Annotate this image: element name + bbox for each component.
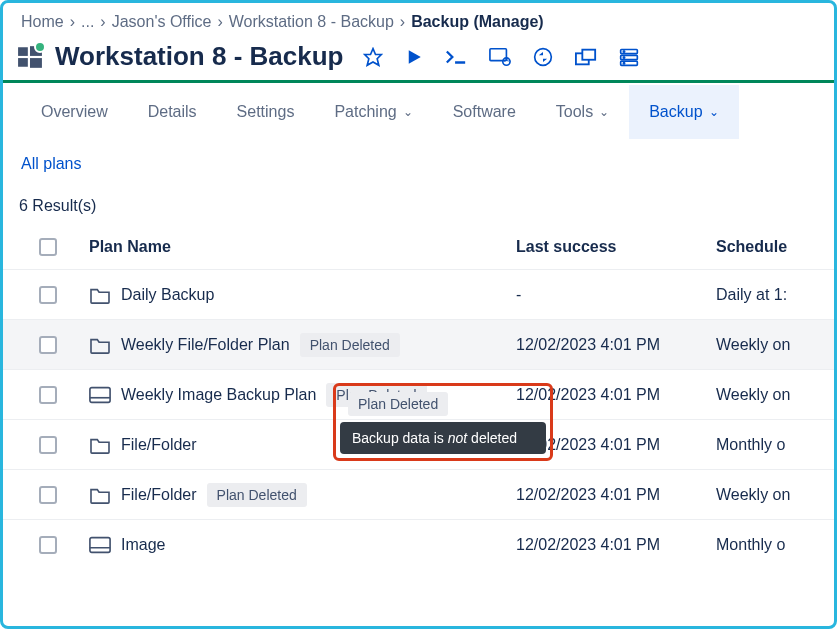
svg-point-16 <box>624 56 625 57</box>
page-title: Workstation 8 - Backup <box>55 41 343 72</box>
schedule: Daily at 1: <box>716 286 816 304</box>
last-success: 12/02/2023 4:01 PM <box>516 486 716 504</box>
breadcrumb: Home › ... › Jason's Office › Workstatio… <box>3 9 834 39</box>
svg-rect-20 <box>90 537 110 552</box>
breadcrumb-sep: › <box>70 13 75 31</box>
last-success: 12/02/2023 4:01 PM <box>516 536 716 554</box>
breadcrumb-item[interactable]: Jason's Office <box>112 13 212 31</box>
svg-point-9 <box>535 48 552 65</box>
terminal-icon[interactable] <box>445 48 467 66</box>
folder-icon <box>89 436 111 454</box>
plan-name: Image <box>121 536 165 554</box>
table-header-row: Plan Name Last success Schedule <box>3 225 834 269</box>
svg-point-17 <box>624 62 625 63</box>
col-header-last[interactable]: Last success <box>516 238 716 256</box>
disk-image-icon <box>89 386 111 404</box>
last-success: - <box>516 286 716 304</box>
plan-deleted-badge[interactable]: Plan Deleted <box>300 333 400 357</box>
plan-name: Daily Backup <box>121 286 214 304</box>
chevron-down-icon: ⌄ <box>599 105 609 119</box>
tab-overview[interactable]: Overview <box>21 85 128 139</box>
toolbar <box>363 47 639 67</box>
windows-icon <box>17 44 43 70</box>
last-success: 12/02/2023 4:01 PM <box>516 336 716 354</box>
col-header-schedule[interactable]: Schedule <box>716 238 816 256</box>
svg-marker-5 <box>409 50 421 64</box>
tab-settings[interactable]: Settings <box>217 85 315 139</box>
tab-backup[interactable]: Backup⌄ <box>629 85 738 139</box>
title-row: Workstation 8 - Backup <box>3 39 834 80</box>
row-checkbox[interactable] <box>39 336 57 354</box>
svg-rect-0 <box>18 47 28 56</box>
breadcrumb-sep: › <box>400 13 405 31</box>
folder-icon <box>89 486 111 504</box>
breadcrumb-item[interactable]: Workstation 8 - Backup <box>229 13 394 31</box>
tab-patching[interactable]: Patching⌄ <box>314 85 432 139</box>
breadcrumb-item-active: Backup (Manage) <box>411 13 543 31</box>
app-frame: Home › ... › Jason's Office › Workstatio… <box>0 0 837 629</box>
row-checkbox[interactable] <box>39 486 57 504</box>
table-row[interactable]: Weekly File/Folder PlanPlan Deleted12/02… <box>3 319 834 369</box>
svg-rect-3 <box>30 58 42 68</box>
breadcrumb-item[interactable]: Home <box>21 13 64 31</box>
row-checkbox[interactable] <box>39 536 57 554</box>
schedule: Weekly on <box>716 336 816 354</box>
tooltip-highlight: Plan Deleted Backup data is not deleted <box>333 383 553 461</box>
disk-image-icon <box>89 536 111 554</box>
breadcrumb-sep: › <box>217 13 222 31</box>
table-row[interactable]: File/FolderPlan Deleted12/02/2023 4:01 P… <box>3 469 834 519</box>
tab-tools[interactable]: Tools⌄ <box>536 85 629 139</box>
schedule: Monthly o <box>716 436 816 454</box>
sub-link-row: All plans <box>3 141 834 181</box>
svg-rect-11 <box>583 49 596 59</box>
plan-name: File/Folder <box>121 486 197 504</box>
row-checkbox[interactable] <box>39 436 57 454</box>
breadcrumb-sep: › <box>100 13 105 31</box>
plan-name: File/Folder <box>121 436 197 454</box>
sync-icon[interactable] <box>533 47 553 67</box>
server-icon[interactable] <box>619 47 639 67</box>
schedule: Monthly o <box>716 536 816 554</box>
windows-action-icon[interactable] <box>575 48 597 66</box>
breadcrumb-item[interactable]: ... <box>81 13 94 31</box>
table-row[interactable]: Image12/02/2023 4:01 PMMonthly o <box>3 519 834 569</box>
tooltip: Backup data is not deleted <box>340 422 546 454</box>
svg-point-15 <box>624 50 625 51</box>
folder-icon <box>89 286 111 304</box>
select-all-checkbox[interactable] <box>39 238 57 256</box>
status-dot-online <box>34 41 46 53</box>
all-plans-link[interactable]: All plans <box>21 155 81 172</box>
table-row[interactable]: Daily Backup-Daily at 1: <box>3 269 834 319</box>
star-icon[interactable] <box>363 47 383 67</box>
tab-bar: Overview Details Settings Patching⌄ Soft… <box>3 83 834 141</box>
row-checkbox[interactable] <box>39 386 57 404</box>
result-count: 6 Result(s) <box>3 181 834 225</box>
col-header-name[interactable]: Plan Name <box>89 238 516 256</box>
schedule: Weekly on <box>716 486 816 504</box>
schedule: Weekly on <box>716 386 816 404</box>
remote-control-icon[interactable] <box>489 47 511 67</box>
tab-software[interactable]: Software <box>433 85 536 139</box>
plan-deleted-badge[interactable]: Plan Deleted <box>207 483 307 507</box>
plan-name: Weekly Image Backup Plan <box>121 386 316 404</box>
play-icon[interactable] <box>405 48 423 66</box>
svg-rect-18 <box>90 387 110 402</box>
svg-marker-4 <box>365 48 382 65</box>
plan-name: Weekly File/Folder Plan <box>121 336 290 354</box>
svg-rect-2 <box>18 58 28 67</box>
plan-deleted-badge[interactable]: Plan Deleted <box>348 392 448 416</box>
tab-details[interactable]: Details <box>128 85 217 139</box>
row-checkbox[interactable] <box>39 286 57 304</box>
app-inner: Home › ... › Jason's Office › Workstatio… <box>3 3 834 569</box>
chevron-down-icon: ⌄ <box>709 105 719 119</box>
chevron-down-icon: ⌄ <box>403 105 413 119</box>
folder-icon <box>89 336 111 354</box>
